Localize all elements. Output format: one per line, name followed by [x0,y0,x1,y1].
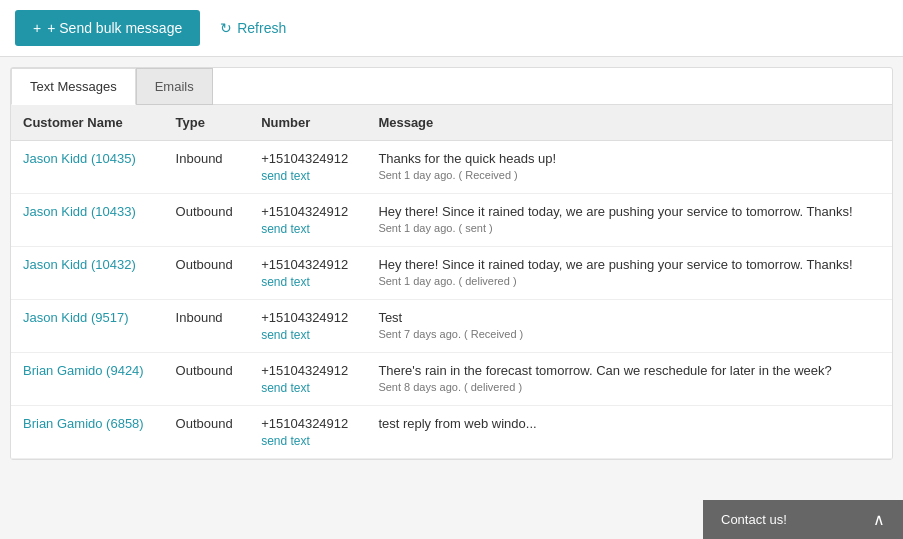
message-cell: test reply from web windo... [366,406,892,459]
phone-number: +15104324912 [261,416,354,431]
message-cell: Hey there! Since it rained today, we are… [366,247,892,300]
customer-name-cell: Brian Gamido (9424) [11,353,164,406]
phone-number: +15104324912 [261,310,354,325]
number-cell: +15104324912send text [249,300,366,353]
table-body: Jason Kidd (10435)Inbound+15104324912sen… [11,141,892,459]
message-content: test reply from web windo... [378,416,880,431]
send-bulk-label: + Send bulk message [47,20,182,36]
message-cell: There's rain in the forecast tomorrow. C… [366,353,892,406]
customer-link[interactable]: Jason Kidd (10433) [23,204,136,219]
message-content: Hey there! Since it rained today, we are… [378,257,880,272]
customer-link[interactable]: Brian Gamido (9424) [23,363,144,378]
type-cell: Inbound [164,300,250,353]
number-cell: +15104324912send text [249,141,366,194]
customer-name-cell: Jason Kidd (10435) [11,141,164,194]
number-cell: +15104324912send text [249,406,366,459]
table-row: Jason Kidd (10435)Inbound+15104324912sen… [11,141,892,194]
message-cell: TestSent 7 days ago. ( Received ) [366,300,892,353]
toolbar: + + Send bulk message ↻ Refresh [0,0,903,57]
col-type: Type [164,105,250,141]
message-meta: Sent 8 days ago. ( delivered ) [378,381,880,393]
send-bulk-button[interactable]: + + Send bulk message [15,10,200,46]
messages-table: Customer Name Type Number Message Jason … [11,105,892,459]
refresh-label: Refresh [237,20,286,36]
table-row: Jason Kidd (10433)Outbound+15104324912se… [11,194,892,247]
message-content: Hey there! Since it rained today, we are… [378,204,880,219]
message-meta: Sent 1 day ago. ( delivered ) [378,275,880,287]
plus-icon: + [33,20,41,36]
table-header: Customer Name Type Number Message [11,105,892,141]
phone-number: +15104324912 [261,257,354,272]
message-meta: Sent 1 day ago. ( Received ) [378,169,880,181]
message-meta: Sent 1 day ago. ( sent ) [378,222,880,234]
send-text-link[interactable]: send text [261,275,354,289]
message-cell: Thanks for the quick heads up!Sent 1 day… [366,141,892,194]
type-cell: Outbound [164,194,250,247]
customer-link[interactable]: Jason Kidd (10432) [23,257,136,272]
number-cell: +15104324912send text [249,194,366,247]
send-text-link[interactable]: send text [261,328,354,342]
table-row: Brian Gamido (6858)Outbound+15104324912s… [11,406,892,459]
send-text-link[interactable]: send text [261,381,354,395]
customer-link[interactable]: Jason Kidd (9517) [23,310,129,325]
message-meta: Sent 7 days ago. ( Received ) [378,328,880,340]
table-row: Brian Gamido (9424)Outbound+15104324912s… [11,353,892,406]
col-number: Number [249,105,366,141]
send-text-link[interactable]: send text [261,434,354,448]
customer-name-cell: Jason Kidd (10433) [11,194,164,247]
main-container: Text Messages Emails Customer Name Type … [10,67,893,460]
send-text-link[interactable]: send text [261,169,354,183]
customer-link[interactable]: Brian Gamido (6858) [23,416,144,431]
message-content: There's rain in the forecast tomorrow. C… [378,363,880,378]
col-message: Message [366,105,892,141]
tab-emails[interactable]: Emails [136,68,213,105]
phone-number: +15104324912 [261,363,354,378]
number-cell: +15104324912send text [249,353,366,406]
message-content: Test [378,310,880,325]
customer-name-cell: Jason Kidd (10432) [11,247,164,300]
table-row: Jason Kidd (9517)Inbound+15104324912send… [11,300,892,353]
send-text-link[interactable]: send text [261,222,354,236]
type-cell: Outbound [164,247,250,300]
tab-text-messages[interactable]: Text Messages [11,68,136,105]
col-customer-name: Customer Name [11,105,164,141]
number-cell: +15104324912send text [249,247,366,300]
tabs-bar: Text Messages Emails [11,68,892,105]
type-cell: Outbound [164,406,250,459]
message-cell: Hey there! Since it rained today, we are… [366,194,892,247]
type-cell: Inbound [164,141,250,194]
customer-name-cell: Brian Gamido (6858) [11,406,164,459]
refresh-icon: ↻ [220,20,232,36]
customer-link[interactable]: Jason Kidd (10435) [23,151,136,166]
table-row: Jason Kidd (10432)Outbound+15104324912se… [11,247,892,300]
customer-name-cell: Jason Kidd (9517) [11,300,164,353]
phone-number: +15104324912 [261,151,354,166]
message-content: Thanks for the quick heads up! [378,151,880,166]
phone-number: +15104324912 [261,204,354,219]
type-cell: Outbound [164,353,250,406]
refresh-button[interactable]: ↻ Refresh [220,20,286,36]
